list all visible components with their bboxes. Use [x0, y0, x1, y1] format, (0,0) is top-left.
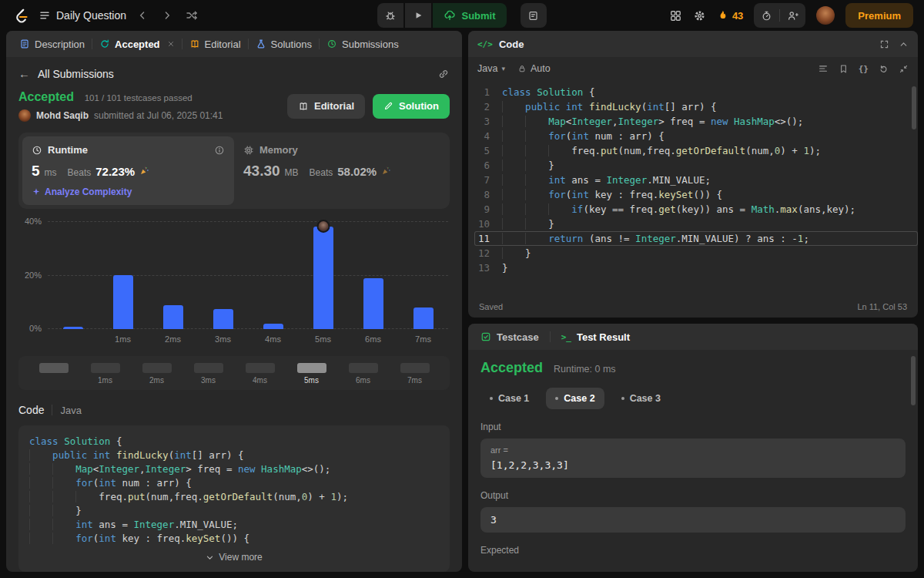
tab-submissions[interactable]: Submissions — [321, 31, 404, 57]
memory-card[interactable]: Memory 43.30 MB Beats 58.02% — [234, 136, 446, 205]
input-box[interactable]: arr = [1,2,2,3,3,3] — [480, 439, 906, 478]
chart-bar-7ms[interactable]: 7ms — [398, 221, 448, 347]
tab-description-label: Description — [35, 39, 85, 50]
strip-item-6ms[interactable]: 6ms — [337, 363, 389, 385]
solution-button[interactable]: Solution — [373, 94, 450, 119]
strip-item-4ms[interactable]: 4ms — [234, 363, 286, 385]
memory-chip-icon — [243, 145, 254, 156]
editor-line-6[interactable]: 6 } — [474, 158, 918, 173]
random-question-button[interactable] — [183, 7, 200, 24]
view-more-label: View more — [219, 552, 262, 563]
tab-accepted[interactable]: Accepted — [94, 31, 180, 57]
y-tick-label: 20% — [18, 271, 42, 280]
editor-line-1[interactable]: 1class Solution { — [474, 85, 918, 99]
strip-item[interactable] — [28, 363, 79, 385]
auto-toggle[interactable]: Auto — [517, 63, 551, 74]
divider — [52, 405, 52, 415]
party-icon — [381, 166, 391, 176]
strip-box — [297, 363, 326, 373]
strip-box — [400, 363, 430, 373]
editor-tools: {} — [818, 63, 909, 74]
code-line: class Solution { — [29, 435, 439, 449]
editor-line-8[interactable]: 8 for(int key : freq.keySet()) { — [474, 187, 918, 202]
apps-grid-button[interactable] — [669, 9, 682, 22]
collapse-panel-icon[interactable] — [899, 39, 909, 49]
analyze-complexity-link[interactable]: Analyze Complexity — [32, 187, 225, 197]
chart-bar-2ms[interactable]: 2ms — [148, 221, 198, 347]
chart-bar-3ms[interactable]: 3ms — [198, 221, 248, 347]
editor-line-5[interactable]: 5 freq.put(num,freq.getOrDefault(num,0) … — [474, 143, 918, 158]
case-1-tab[interactable]: Case 1 — [480, 388, 538, 409]
braces-icon[interactable]: {} — [859, 64, 869, 74]
editor-line-13[interactable]: 13} — [474, 260, 918, 275]
runtime-card[interactable]: Runtime 5 ms Beats 72.23% — [22, 136, 234, 205]
editor-toolbar: Java ▾ Auto {} — [468, 57, 918, 80]
info-icon[interactable] — [214, 145, 225, 156]
editorial-button[interactable]: Editorial — [287, 94, 365, 119]
auto-label: Auto — [531, 63, 551, 74]
editor-line-3[interactable]: 3 Map<Integer,Integer> freq = new HashMa… — [474, 114, 918, 129]
chart-bar-0ms[interactable] — [48, 221, 98, 347]
close-tab-icon[interactable] — [167, 40, 175, 48]
code-line: public int findLucky(int[] arr) { — [29, 449, 439, 462]
user-avatar[interactable] — [816, 6, 835, 25]
format-code-icon[interactable] — [818, 63, 829, 74]
notes-button[interactable] — [521, 3, 547, 28]
undo-icon[interactable] — [879, 64, 889, 74]
tab-solutions[interactable]: Solutions — [250, 31, 317, 57]
invite-button[interactable] — [787, 10, 798, 22]
submit-label: Submit — [461, 10, 495, 22]
tab-testcase[interactable]: Testcase — [477, 331, 542, 343]
chart-bar-1ms[interactable]: 1ms — [98, 221, 148, 347]
case-2-tab[interactable]: Case 2 — [546, 388, 604, 409]
code-brackets-icon: </> — [477, 39, 493, 49]
editor-line-12[interactable]: 12 } — [474, 246, 918, 260]
editor-line-11[interactable]: 11 return (ans != Integer.MIN_VALUE) ? a… — [474, 231, 918, 246]
problem-list-button[interactable]: Daily Question — [38, 9, 126, 22]
run-button[interactable] — [405, 3, 431, 28]
runtime-title: Runtime — [48, 144, 88, 156]
strip-item-3ms[interactable]: 3ms — [182, 363, 234, 385]
result-scrollbar[interactable] — [911, 356, 916, 405]
chart-bar-5ms[interactable]: 5ms — [298, 221, 348, 347]
strip-item-5ms[interactable]: 5ms — [286, 363, 337, 385]
chart-bar-4ms[interactable]: 4ms — [248, 221, 298, 347]
strip-item-1ms[interactable]: 1ms — [79, 363, 131, 385]
strip-item-2ms[interactable]: 2ms — [131, 363, 182, 385]
bookmark-icon[interactable] — [839, 64, 849, 74]
back-label[interactable]: All Submissions — [38, 68, 114, 80]
back-arrow-icon[interactable]: ← — [18, 67, 30, 80]
editor-scrollbar[interactable] — [912, 86, 916, 129]
author-name[interactable]: Mohd Saqib — [36, 110, 89, 121]
editor-line-10[interactable]: 10 } — [474, 217, 918, 231]
tab-test-result[interactable]: >_ Test Result — [558, 331, 633, 343]
runtime-beats-value: 72.23% — [95, 165, 135, 178]
pencil-icon — [383, 101, 393, 111]
debug-button[interactable] — [377, 3, 403, 28]
submit-button[interactable]: Submit — [433, 3, 506, 28]
tab-description[interactable]: Description — [14, 31, 90, 57]
leetcode-logo[interactable] — [11, 5, 31, 25]
case-3-tab[interactable]: Case 3 — [612, 388, 670, 409]
fullscreen-icon[interactable] — [879, 39, 889, 49]
chart-bar-6ms[interactable]: 6ms — [348, 221, 398, 347]
editor-line-9[interactable]: 9 if(key == freq.get(key)) ans = Math.ma… — [474, 202, 918, 217]
prev-question-button[interactable] — [134, 7, 151, 24]
editor-line-7[interactable]: 7 int ans = Integer.MIN_VALUE; — [474, 173, 918, 187]
language-selector[interactable]: Java ▾ — [477, 63, 505, 74]
settings-button[interactable] — [693, 9, 706, 22]
code-editor[interactable]: 1class Solution {2 public int findLucky(… — [468, 80, 918, 296]
premium-button[interactable]: Premium — [845, 3, 913, 28]
collapse-diagonal-icon[interactable] — [899, 64, 909, 74]
editor-line-2[interactable]: 2 public int findLucky(int[] arr) { — [474, 99, 918, 114]
timer-button[interactable] — [761, 10, 772, 22]
tab-editorial[interactable]: Editorial — [184, 31, 246, 57]
editor-line-4[interactable]: 4 for(int num : arr) { — [474, 129, 918, 143]
output-box[interactable]: 3 — [480, 507, 906, 533]
view-more-button[interactable]: View more — [29, 546, 439, 566]
next-question-button[interactable] — [159, 7, 176, 24]
strip-item-7ms[interactable]: 7ms — [389, 363, 440, 385]
daily-streak[interactable]: 43 — [717, 9, 743, 22]
line-number: 7 — [474, 173, 502, 187]
copy-link-icon[interactable] — [437, 68, 450, 80]
